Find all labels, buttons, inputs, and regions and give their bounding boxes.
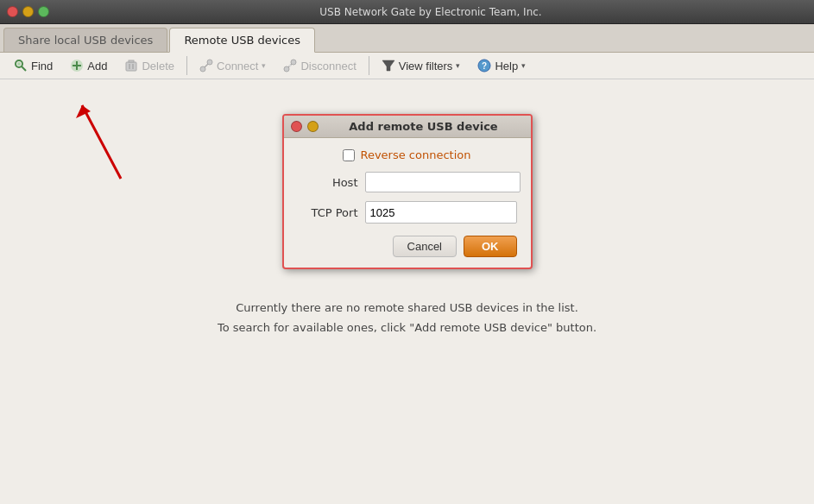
ok-button[interactable]: OK: [464, 236, 517, 257]
dialog-overlay: Add remote USB device Reverse connection…: [0, 79, 814, 504]
tab-local-usb[interactable]: Share local USB devices: [3, 28, 167, 52]
tcp-port-input[interactable]: [366, 202, 517, 223]
help-button[interactable]: ? Help ▾: [470, 56, 533, 75]
help-dropdown-arrow: ▾: [521, 61, 526, 70]
svg-rect-6: [126, 62, 136, 71]
maximize-button[interactable]: [38, 6, 49, 17]
window-title: USB Network Gate by Electronic Team, Inc…: [54, 6, 807, 18]
toolbar: Find Add Delete: [0, 53, 814, 79]
main-window: Share local USB devices Remote USB devic…: [0, 24, 814, 504]
dialog-body: Reverse connection Host TCP Port ▲: [284, 138, 531, 268]
host-row: Host: [298, 172, 517, 192]
svg-marker-17: [382, 60, 394, 71]
svg-rect-5: [73, 65, 81, 66]
tcp-port-row: TCP Port ▲ ▼: [298, 201, 517, 224]
content-area: Add remote USB device Reverse connection…: [0, 79, 814, 504]
host-label: Host: [298, 176, 358, 189]
svg-line-1: [22, 66, 26, 71]
cancel-button[interactable]: Cancel: [393, 236, 457, 257]
reverse-connection-checkbox[interactable]: [343, 149, 355, 161]
connect-dropdown-arrow: ▾: [262, 61, 266, 70]
add-remote-usb-dialog: Add remote USB device Reverse connection…: [282, 114, 533, 269]
titlebar: USB Network Gate by Electronic Team, Inc…: [0, 0, 814, 24]
svg-point-2: [17, 62, 21, 66]
tcp-port-label: TCP Port: [298, 206, 358, 219]
filter-icon: [382, 59, 395, 72]
svg-line-16: [289, 65, 291, 66]
svg-rect-7: [129, 60, 134, 62]
dialog-title: Add remote USB device: [324, 120, 524, 133]
tcp-port-input-wrap: ▲ ▼: [365, 201, 517, 224]
find-button[interactable]: Find: [7, 56, 60, 75]
svg-line-12: [205, 64, 208, 67]
dialog-buttons: Cancel OK: [298, 236, 517, 257]
help-icon: ?: [477, 59, 491, 72]
delete-icon: [124, 59, 138, 72]
disconnect-button[interactable]: Disconnect: [276, 56, 363, 75]
find-icon: [14, 59, 28, 72]
dialog-titlebar: Add remote USB device: [284, 116, 531, 138]
host-input[interactable]: [365, 172, 521, 192]
disconnect-icon: [283, 59, 297, 72]
minimize-button[interactable]: [22, 6, 34, 17]
close-button[interactable]: [7, 6, 18, 17]
add-icon: [70, 59, 84, 72]
toolbar-separator-2: [369, 56, 369, 75]
toolbar-separator-1: [186, 56, 187, 75]
add-button[interactable]: Add: [63, 56, 114, 75]
tab-remote-usb[interactable]: Remote USB devices: [169, 28, 315, 53]
reverse-connection-label[interactable]: Reverse connection: [360, 148, 470, 161]
connect-button[interactable]: Connect ▾: [192, 56, 273, 75]
tab-bar: Share local USB devices Remote USB devic…: [0, 24, 814, 53]
delete-button[interactable]: Delete: [117, 56, 181, 75]
titlebar-window-controls: [7, 6, 49, 17]
dialog-close-button[interactable]: [291, 121, 302, 132]
dialog-minimize-button[interactable]: [307, 121, 319, 132]
filter-dropdown-arrow: ▾: [456, 61, 460, 70]
reverse-connection-row: Reverse connection: [298, 148, 517, 161]
view-filters-button[interactable]: View filters ▾: [375, 56, 468, 75]
svg-text:?: ?: [482, 61, 487, 71]
connect-icon: [199, 59, 213, 72]
